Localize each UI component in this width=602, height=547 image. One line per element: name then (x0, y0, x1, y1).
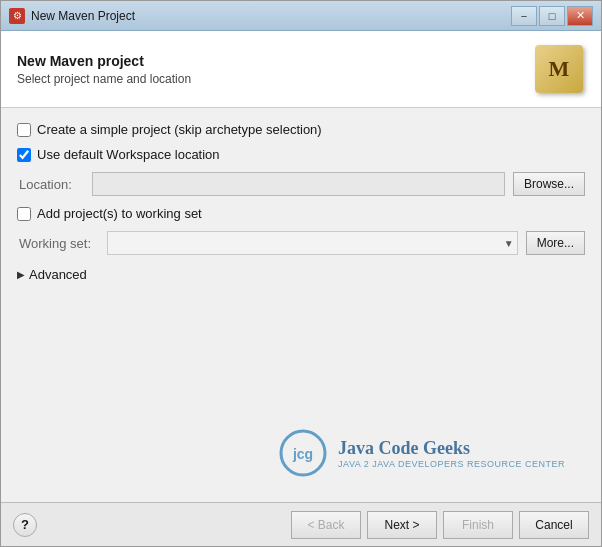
window-icon: ⚙ (9, 8, 25, 24)
advanced-label: Advanced (29, 267, 87, 282)
watermark-text: Java Code Geeks JAVA 2 JAVA DEVELOPERS R… (338, 438, 565, 469)
finish-button[interactable]: Finish (443, 511, 513, 539)
title-bar: ⚙ New Maven Project − □ ✕ (1, 1, 601, 31)
working-set-select-row: Working set: ▼ More... (17, 231, 585, 255)
header-icon-area: M (533, 43, 585, 95)
main-window: ⚙ New Maven Project − □ ✕ New Maven proj… (0, 0, 602, 547)
browse-button[interactable]: Browse... (513, 172, 585, 196)
working-set-checkbox[interactable] (17, 207, 31, 221)
default-workspace-row: Use default Workspace location (17, 147, 585, 162)
title-bar-controls: − □ ✕ (511, 6, 593, 26)
nav-buttons: < Back Next > Finish Cancel (291, 511, 589, 539)
watermark-title: Java Code Geeks (338, 438, 565, 459)
location-label: Location: (19, 177, 84, 192)
button-bar: ? < Back Next > Finish Cancel (1, 502, 601, 546)
watermark-area: jcg Java Code Geeks JAVA 2 JAVA DEVELOPE… (17, 294, 585, 488)
header-text: New Maven project Select project name an… (17, 53, 191, 86)
close-button[interactable]: ✕ (567, 6, 593, 26)
maven-logo: M (535, 45, 583, 93)
content-area: New Maven project Select project name an… (1, 31, 601, 502)
simple-project-checkbox[interactable] (17, 123, 31, 137)
working-set-label[interactable]: Add project(s) to working set (37, 206, 202, 221)
simple-project-row: Create a simple project (skip archetype … (17, 122, 585, 137)
window-title: New Maven Project (31, 9, 135, 23)
advanced-row[interactable]: ▶ Advanced (17, 265, 585, 284)
page-title: New Maven project (17, 53, 191, 69)
help-button[interactable]: ? (13, 513, 37, 537)
header-section: New Maven project Select project name an… (1, 31, 601, 108)
default-workspace-checkbox[interactable] (17, 148, 31, 162)
watermark: jcg Java Code Geeks JAVA 2 JAVA DEVELOPE… (278, 428, 565, 478)
location-input[interactable] (92, 172, 505, 196)
working-set-checkbox-row: Add project(s) to working set (17, 206, 585, 221)
next-button[interactable]: Next > (367, 511, 437, 539)
minimize-button[interactable]: − (511, 6, 537, 26)
page-subtitle: Select project name and location (17, 72, 191, 86)
simple-project-label[interactable]: Create a simple project (skip archetype … (37, 122, 322, 137)
svg-text:jcg: jcg (292, 446, 313, 462)
advanced-expand-icon: ▶ (17, 269, 25, 280)
working-set-select-wrapper: ▼ (107, 231, 518, 255)
form-section: Create a simple project (skip archetype … (1, 108, 601, 502)
jcg-logo-icon: jcg (278, 428, 328, 478)
location-row: Location: Browse... (17, 172, 585, 196)
working-set-select[interactable] (107, 231, 518, 255)
title-bar-left: ⚙ New Maven Project (9, 8, 135, 24)
maximize-button[interactable]: □ (539, 6, 565, 26)
cancel-button[interactable]: Cancel (519, 511, 589, 539)
back-button[interactable]: < Back (291, 511, 361, 539)
watermark-subtitle: JAVA 2 JAVA DEVELOPERS RESOURCE CENTER (338, 459, 565, 469)
more-button[interactable]: More... (526, 231, 585, 255)
working-set-field-label: Working set: (19, 236, 99, 251)
default-workspace-label[interactable]: Use default Workspace location (37, 147, 220, 162)
